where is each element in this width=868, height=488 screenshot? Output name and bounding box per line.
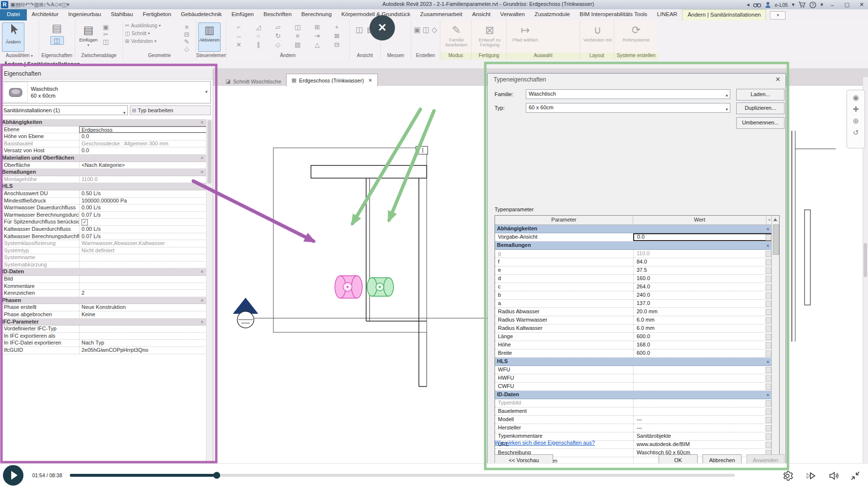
property-row[interactable]: Phasen (0, 297, 207, 305)
property-row[interactable]: Warmwasser Dauerdurchfluss 0.00 L/s (0, 204, 207, 212)
navigation-tool-icon[interactable]: ◉ (852, 93, 859, 102)
property-row[interactable]: Kaltwasser Berechnungsdurchfluss 0.07 L/… (0, 233, 207, 241)
property-row[interactable]: Versatz von Host 0.0 (0, 147, 207, 155)
category-filter-combo[interactable]: Sanitärinstallationen (1)▾ (1, 105, 128, 115)
property-row[interactable]: Phase abgebrochen Keine (0, 311, 207, 319)
property-row[interactable]: Phase erstellt Neue Konstruktion (0, 304, 207, 311)
type-parameter-row[interactable]: Radius Warmwasser 6.0 mm (495, 316, 779, 325)
type-selector[interactable]: Waschtisch60 x 60cm ▾ (2, 81, 211, 103)
property-row[interactable]: Materialien und Oberflächen (0, 155, 207, 162)
property-row[interactable]: Warmwasser Berechnungsdurchfluss 0.07 L/… (0, 212, 207, 219)
play-button[interactable] (3, 465, 23, 486)
type-parameter-row[interactable]: WFU (495, 366, 779, 374)
properties-help-link[interactable]: Wie wirken sich diese Eigenschaften aus? (495, 440, 595, 446)
type-parameter-row[interactable]: Hersteller --- (495, 424, 779, 432)
type-parameter-row[interactable]: Abhängigkeiten (495, 225, 779, 233)
property-row[interactable]: Systemabkürzung (0, 262, 207, 269)
type-parameter-row[interactable]: Typenbild (495, 399, 779, 407)
property-row[interactable]: In IFC exportieren als (0, 333, 207, 340)
type-parameter-row[interactable]: HLS (495, 358, 779, 366)
property-row[interactable]: Mindestfließdruck 100000.000000 Pa (0, 198, 207, 205)
exit-fullscreen-icon[interactable] (849, 470, 861, 482)
type-parameter-row[interactable]: Bauelement (495, 407, 779, 416)
duplicate-button[interactable]: Duplizieren... (736, 102, 785, 114)
type-parameter-row[interactable]: Radius Abwasser 20.0 mm (495, 308, 779, 316)
type-parameter-row[interactable]: d 160.0 (495, 275, 779, 283)
view-tab-erdgeschoss[interactable]: ▦ Erdgeschoss (Trinkwasser) ✕ (286, 74, 378, 86)
type-parameter-row[interactable]: Modell --- (495, 416, 779, 424)
volume-icon[interactable] (828, 470, 840, 482)
property-row[interactable]: Systemklassifizierung Warmwasser,Abwasse… (0, 240, 207, 247)
type-parameter-row[interactable]: Höhe 168.0 (495, 341, 779, 349)
navigation-tool-icon[interactable]: ↺ (853, 128, 859, 137)
progress-bar[interactable] (70, 474, 735, 477)
type-parameter-row[interactable]: ID-Daten (495, 391, 779, 399)
view-tab-schnitt[interactable]: ◪ Schnitt Waschtische (221, 76, 286, 86)
playback-speed-icon[interactable] (806, 470, 817, 482)
close-view-icon[interactable]: ✕ (368, 78, 372, 83)
property-row[interactable]: IFC-Parameter (0, 319, 207, 326)
video-player-bar: 01:54 / 08:38 (0, 463, 868, 488)
type-parameter-table: Parameter Wert = Abhängigkeiten Vorgabe-… (495, 215, 780, 488)
property-row[interactable]: ID-Daten (0, 268, 207, 276)
type-parameter-row[interactable]: Länge 600.0 (495, 333, 779, 341)
property-row[interactable]: Höhe von Ebene 0.0 (0, 133, 207, 141)
selected-family-name: Waschtisch (31, 86, 58, 92)
type-parameter-row[interactable]: CWFU (495, 383, 779, 391)
property-row[interactable]: Systemtyp Nicht definiert (0, 247, 207, 255)
scrollbar-thumb (773, 224, 779, 255)
dialog-title: Typeneigenschaften (488, 74, 785, 85)
type-parameter-row[interactable]: g 110.0 (495, 250, 779, 258)
type-parameter-row[interactable]: e 37.5 (495, 266, 779, 275)
settings-gear-icon[interactable] (782, 470, 793, 482)
playback-time: 01:54 / 08:38 (32, 472, 62, 478)
navigation-tool-icon[interactable]: ✚ (853, 105, 859, 114)
dialog-close-icon[interactable]: ✕ (775, 76, 781, 83)
scroll-up-icon (773, 218, 777, 221)
rename-button[interactable]: Umbenennen... (736, 117, 785, 129)
panel-scrollbar[interactable] (206, 119, 213, 464)
type-selector-dropdown-icon[interactable]: ▾ (205, 89, 207, 94)
progress-handle[interactable] (213, 472, 220, 479)
type-parameter-row[interactable]: a 137.0 (495, 300, 779, 308)
type-parameter-row[interactable]: Breite 600.0 (495, 349, 779, 358)
type-combo[interactable]: 60 x 60cm▾ (526, 103, 730, 113)
property-row[interactable]: Bild (0, 276, 207, 283)
property-row[interactable]: Ebene Erdgeschoss (0, 126, 207, 134)
property-row[interactable]: Montagehöhe 1100.0 (0, 176, 207, 183)
type-parameter-row[interactable]: f 84.0 (495, 258, 779, 266)
revit-window: R ▣▤⊟↶↷▥⊞↕✎A◇≡◫▾ Autodesk Revit 2023 - 2… (0, 0, 868, 488)
property-row[interactable]: Für Spitzendurchfluss berücksichtigen (0, 219, 207, 226)
type-parameter-row[interactable]: b 240.0 (495, 291, 779, 300)
type-parameter-row[interactable]: Bemaßungen (495, 242, 779, 250)
property-row[interactable]: Systemname (0, 254, 207, 262)
type-parameter-row[interactable]: HWFU (495, 374, 779, 383)
type-parameter-row[interactable]: Vorgabe-Ansicht 0.0 (495, 233, 779, 242)
load-button[interactable]: Laden... (736, 89, 785, 101)
property-row[interactable]: In IFC-Datei exportieren Nach Typ (0, 340, 207, 347)
edit-type-button[interactable]: ⊞Typ bearbeiten (130, 105, 211, 115)
family-combo[interactable]: Waschtisch▾ (526, 89, 730, 99)
property-row[interactable]: Kommentare (0, 283, 207, 290)
property-row[interactable]: HLS (0, 183, 207, 190)
selected-type-name: 60 x 60cm (31, 93, 56, 99)
overlay-close-button[interactable]: ✕ (370, 15, 395, 41)
type-parameter-row[interactable]: Radius Kaltwasser 6.0 mm (495, 325, 779, 333)
properties-panel-title: Eigenschaften (0, 68, 213, 80)
navigation-tool-icon[interactable]: ⊕ (853, 117, 859, 125)
property-row[interactable]: Bemaßungen (0, 169, 207, 176)
family-row: Familie: Waschtisch▾ (495, 89, 730, 99)
property-row[interactable]: Anschlusswert DU 0.50 L/s (0, 190, 207, 198)
type-parameter-row[interactable]: c 264.0 (495, 283, 779, 291)
property-row[interactable]: Oberfläche <Nach Kategorie> (0, 162, 207, 169)
table-scrollbar[interactable] (771, 216, 779, 488)
property-row[interactable]: IfcGUID 2e05hGiwnCOPpHrrpt3Qno (0, 347, 207, 354)
property-row[interactable]: Kennzeichen 2 (0, 290, 207, 297)
category-filter-row: Sanitärinstallationen (1)▾ ⊞Typ bearbeit… (1, 105, 211, 115)
chevron-down-icon: ▾ (123, 108, 125, 117)
property-row[interactable]: Basisbauteil Geschossdecke : Allgemein 3… (0, 141, 207, 148)
property-row[interactable]: Vordefinierter IFC-Typ (0, 325, 207, 333)
property-row[interactable]: Kaltwasser Dauerdurchfluss 0.00 L/s (0, 226, 207, 233)
property-row[interactable]: Abhängigkeiten (0, 119, 207, 126)
section-view-icon: ◪ (226, 78, 230, 84)
